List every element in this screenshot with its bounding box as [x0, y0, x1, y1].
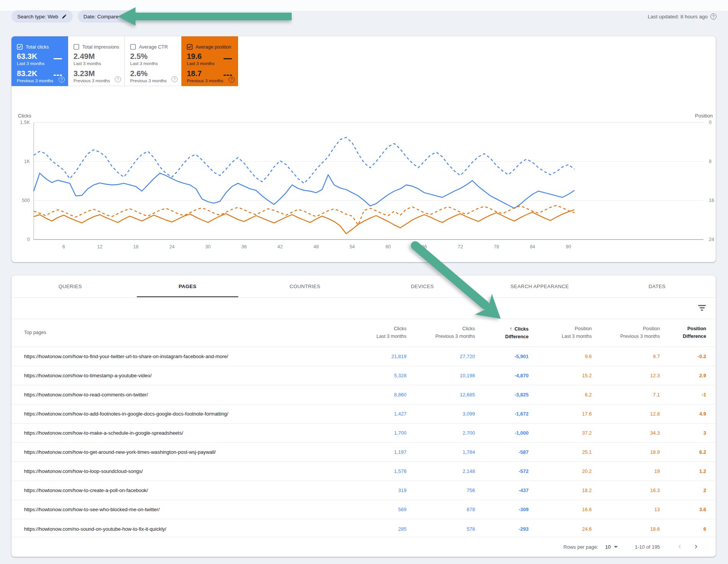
- clicks-last-3-months-cell: 1,700: [338, 424, 406, 443]
- svg-text:1K: 1K: [24, 159, 30, 164]
- dashed-line-sample: [224, 75, 232, 76]
- dropdown-caret-icon: [614, 546, 618, 548]
- tab-dates[interactable]: DATES: [598, 275, 716, 297]
- table-toolbar: [11, 298, 716, 319]
- page-url-cell[interactable]: https://howtonow.com/how-to-read-comment…: [11, 385, 338, 404]
- position-previous-3-months-cell: 12.8: [592, 404, 660, 424]
- metric-tiles-row: Total clicks63.3KLast 3 months83.2KPrevi…: [11, 36, 238, 86]
- table-row: https://howtonow.com/how-to-read-comment…: [11, 385, 716, 404]
- top-pages-header[interactable]: Top pages: [11, 319, 338, 347]
- rows-per-page-value: 10: [605, 544, 610, 550]
- clicks-difference-cell: -4,870: [475, 366, 529, 385]
- page-url-cell[interactable]: https://howtonow.com/how-to-add-footnote…: [11, 404, 338, 424]
- filter-icon[interactable]: [698, 305, 706, 312]
- rows-per-page-select[interactable]: 10: [605, 544, 617, 550]
- page-url-cell[interactable]: https://howtonow.com/how-to-get-around-n…: [11, 443, 338, 462]
- clicks-previous-3-months-cell: 27,720: [406, 347, 475, 366]
- table-row: https://howtonow.com/how-to-find-your-tw…: [11, 347, 716, 366]
- date-compare-chip[interactable]: Date: Compare: [78, 10, 133, 23]
- tab-queries[interactable]: QUERIES: [11, 275, 129, 297]
- filter-chip-row: Search type: Web Date: Compare: [11, 10, 133, 23]
- clicks-last-3-months-cell: 569: [338, 500, 406, 519]
- edit-pencil-icon: [122, 14, 127, 19]
- svg-text:36: 36: [242, 244, 247, 249]
- column-header-position-difference[interactable]: PositionDifference: [660, 319, 716, 347]
- tab-devices[interactable]: DEVICES: [364, 275, 481, 297]
- position-last-3-months-cell: 18.2: [529, 481, 592, 500]
- tile-help-icon[interactable]: ?: [115, 76, 121, 82]
- svg-text:24: 24: [709, 237, 714, 242]
- clicks-previous-3-months-cell: 878: [406, 500, 475, 519]
- pages-table-card: QUERIESPAGESCOUNTRIESDEVICESSEARCH APPEA…: [11, 275, 716, 557]
- clicks-previous-3-months-cell: 3,099: [406, 404, 475, 424]
- page-url-cell[interactable]: https://howtonow.com/how-to-make-a-sched…: [11, 424, 338, 443]
- tile-help-icon[interactable]: ?: [229, 77, 235, 83]
- tab-pages[interactable]: PAGES: [129, 275, 246, 297]
- tile-value-previous: 18.7: [187, 70, 238, 77]
- clicks-last-3-months-cell: 1,576: [338, 462, 406, 481]
- solid-line-sample: [54, 58, 62, 59]
- help-icon[interactable]: ?: [710, 13, 717, 20]
- last-updated-status: Last updated: 8 hours ago ?: [648, 13, 717, 20]
- clicks-last-3-months-cell: 21,819: [338, 347, 406, 366]
- chart-line-clicks---last-3-months: [34, 173, 575, 209]
- svg-text:0: 0: [709, 120, 712, 125]
- svg-text:72: 72: [458, 244, 463, 249]
- tile-help-icon[interactable]: ?: [171, 76, 178, 82]
- table-row: https://howtonow.com/no-sound-on-youtube…: [11, 519, 716, 538]
- position-difference-cell: 2: [660, 481, 716, 500]
- chart-line-position---previous-3-months: [34, 205, 575, 225]
- position-previous-3-months-cell: 19: [592, 462, 660, 481]
- clicks-last-3-months-cell: 8,860: [338, 385, 406, 404]
- clicks-difference-cell: -309: [475, 500, 529, 519]
- page-url-cell[interactable]: https://howtonow.com/how-to-create-a-pol…: [11, 481, 338, 500]
- solid-line-sample: [224, 58, 232, 59]
- metric-tile-average-position[interactable]: Average position19.6Last 3 months18.7Pre…: [181, 36, 238, 86]
- metric-tile-total-impressions[interactable]: Total impressions2.49MLast 3 months3.23M…: [68, 36, 125, 86]
- clicks-previous-3-months-cell: 12,685: [406, 385, 475, 404]
- position-last-3-months-cell: 16.6: [529, 500, 592, 519]
- page-url-cell[interactable]: https://howtonow.com/how-to-timestamp-a-…: [11, 366, 338, 385]
- page-url-cell[interactable]: https://howtonow.com/how-to-see-who-bloc…: [11, 500, 338, 519]
- metric-tile-total-clicks[interactable]: Total clicks63.3KLast 3 months83.2KPrevi…: [11, 36, 68, 86]
- clicks-difference-cell: -1,000: [475, 424, 529, 443]
- position-last-3-months-cell: 15.2: [529, 366, 592, 385]
- position-difference-cell: -1: [660, 385, 716, 404]
- last-updated-text: Last updated: 8 hours ago: [648, 14, 708, 20]
- position-previous-3-months-cell: 18.9: [592, 443, 660, 462]
- column-header-clicks-difference[interactable]: ↑ClicksDifference: [475, 319, 529, 347]
- table-header-row: Top pages ClicksLast 3 monthsClicksPrevi…: [11, 319, 716, 347]
- position-last-3-months-cell: 25.1: [529, 443, 592, 462]
- column-header-clicks-last-3-months[interactable]: ClicksLast 3 months: [338, 319, 406, 347]
- unchecked-checkbox-icon: [73, 44, 79, 50]
- svg-text:42: 42: [277, 244, 283, 249]
- metric-tile-average-ctr[interactable]: Average CTR2.5%Last 3 months2.6%Previous…: [125, 36, 181, 86]
- search-type-chip-label: Search type: Web: [17, 14, 58, 20]
- position-previous-3-months-cell: 7.1: [592, 385, 660, 404]
- svg-text:84: 84: [530, 244, 535, 249]
- tile-period-last: Last 3 months: [187, 62, 238, 66]
- tab-search-appearance[interactable]: SEARCH APPEARANCE: [481, 275, 599, 297]
- svg-text:16: 16: [709, 198, 714, 203]
- clicks-difference-cell: -1,672: [475, 404, 529, 424]
- tile-help-icon[interactable]: ?: [59, 77, 65, 83]
- page-url-cell[interactable]: https://howtonow.com/how-to-loop-soundcl…: [11, 462, 338, 481]
- tile-label: Total clicks: [26, 44, 49, 50]
- search-type-chip[interactable]: Search type: Web: [11, 10, 73, 23]
- clicks-previous-3-months-cell: 578: [406, 519, 475, 538]
- position-difference-cell: 3: [660, 424, 716, 443]
- svg-text:12: 12: [97, 244, 103, 249]
- position-last-3-months-cell: 37.2: [529, 424, 592, 443]
- column-header-clicks-previous-3-months[interactable]: ClicksPrevious 3 months: [406, 319, 475, 347]
- previous-page-button[interactable]: ‹: [678, 542, 681, 552]
- page-url-cell[interactable]: https://howtonow.com/how-to-find-your-tw…: [11, 347, 338, 366]
- svg-text:30: 30: [205, 244, 211, 249]
- tab-countries[interactable]: COUNTRIES: [246, 275, 364, 297]
- date-compare-chip-label: Date: Compare: [83, 14, 119, 20]
- next-page-button[interactable]: ›: [695, 542, 697, 552]
- column-header-position-previous-3-months[interactable]: PositionPrevious 3 months: [592, 319, 660, 347]
- column-header-position-last-3-months[interactable]: PositionLast 3 months: [529, 319, 592, 347]
- tile-value-last: 2.5%: [130, 52, 181, 60]
- page-url-cell[interactable]: https://howtonow.com/no-sound-on-youtube…: [11, 519, 338, 538]
- sort-ascending-icon: ↑: [509, 326, 512, 332]
